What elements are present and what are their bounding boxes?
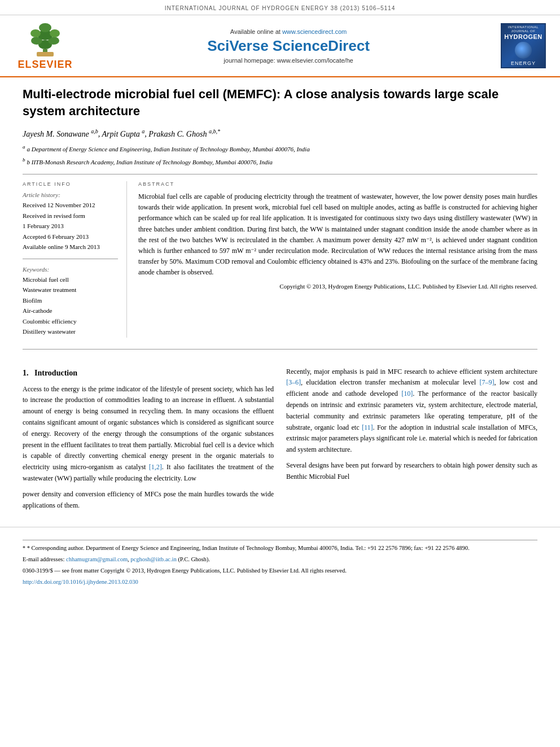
issn-line: 0360-3199/$ — see front matter Copyright… [23,566,537,576]
keyword-5: Coulombic efficiency [23,317,118,326]
svg-point-6 [50,29,60,37]
body-cols: 1. Introduction Access to the energy is … [23,366,537,516]
journal-homepage-text: journal homepage: www.elsevier.com/locat… [224,57,353,64]
center-banner: Available online at www.sciencedirect.co… [85,21,492,71]
keyword-1: Microbial fuel cell [23,275,118,285]
body-col-right: Recently, major emphasis is paid in MFC … [286,366,537,516]
section-title: Introduction [34,369,77,377]
ref-1-2[interactable]: [1,2] [149,463,162,471]
ref-7-9[interactable]: [7–9] [479,378,494,386]
authors-text: Jayesh M. Sonawane a,b, Arpit Gupta a, P… [23,130,220,138]
he-intl-text: InternationalJournal of [508,25,539,33]
hydrogen-energy-logo: InternationalJournal of HYDROGEN ENERGY [498,21,549,71]
doi-link[interactable]: http://dx.doi.org/10.1016/j.ijhydene.201… [23,579,138,585]
article-info-heading: Article Info [23,181,118,187]
keywords-section: Keywords: Microbial fuel cell Wastewater… [23,266,118,337]
page-container: International Journal of Hydrogen Energy… [0,0,560,595]
intro-para-right-1: Recently, major emphasis is paid in MFC … [286,366,537,456]
article-history-label: Article history: [23,191,118,198]
he-hydrogen-text: HYDROGEN [504,33,542,40]
info-divider [23,259,118,259]
article-content: Multi-electrode microbial fuel cell (MEM… [0,77,560,343]
corresponding-note: * * Corresponding author. Department of … [23,544,537,553]
copyright-line: Copyright © 2013, Hydrogen Energy Public… [138,282,537,291]
svg-point-5 [30,29,41,37]
article-info-col: Article Info Article history: Received 1… [23,181,127,338]
he-energy-text: ENERGY [511,60,536,66]
elsevier-tree-icon [20,21,71,58]
journal-header-text: International Journal of Hydrogen Energy… [165,5,395,11]
he-logo-box: InternationalJournal of HYDROGEN ENERGY [501,23,546,68]
intro-para-2: power density and conversion efficiency … [23,489,274,512]
affiliation-b: b b IITB-Monash Research Academy, Indian… [23,156,537,167]
revised-date: 1 February 2013 [23,221,118,231]
doi-line: http://dx.doi.org/10.1016/j.ijhydene.201… [23,578,537,587]
body-content: 1. Introduction Access to the energy is … [0,355,560,527]
keywords-label: Keywords: [23,266,118,273]
abstract-col: Abstract Microbial fuel cells are capabl… [138,181,537,338]
keyword-4: Air-cathode [23,306,118,316]
abstract-heading: Abstract [138,181,537,187]
received-date: Received 12 November 2012 [23,200,118,210]
journal-header-bar: International Journal of Hydrogen Energy… [0,0,560,15]
svg-rect-8 [37,52,54,56]
sciverse-logo-text: SciVerse ScienceDirect [207,37,370,55]
email-link-2[interactable]: pcghosh@iitb.ac.in [130,556,176,562]
article-title: Multi-electrode microbial fuel cell (MEM… [23,86,537,119]
section-1-heading: 1. Introduction [23,366,274,379]
body-col-left: 1. Introduction Access to the energy is … [23,366,274,516]
authors: Jayesh M. Sonawane a,b, Arpit Gupta a, P… [23,128,537,139]
abstract-text: Microbial fuel cells are capable of prod… [138,191,537,278]
he-logo-circle [515,42,532,59]
ref-10[interactable]: [10] [401,390,413,397]
keyword-3: Biofilm [23,296,118,305]
title-divider [23,174,537,174]
email-attribution: (P.C. Ghosh). [178,556,210,562]
section-divider [23,349,537,350]
ref-3-6[interactable]: [3–6] [286,378,301,386]
abstract-paragraph: Microbial fuel cells are capable of prod… [138,191,537,278]
elsevier-brand-text: ELSEVIER [18,59,72,71]
available-online-text: Available online at www.sciencedirect.co… [230,28,347,35]
footnote-star: * [23,545,25,551]
keyword-6: Distillery wastewater [23,327,118,337]
corresponding-text: * Corresponding author. Department of En… [27,545,470,551]
section-number: 1. [23,369,29,377]
email-link-1[interactable]: chhamugram@gmail.com [66,556,128,562]
intro-para-right-2: Several designs have been put forward by… [286,460,537,483]
accepted-date: Accepted 6 February 2013 [23,232,118,242]
available-online-date: Available online 9 March 2013 [23,242,118,252]
email-prefix: E-mail addresses: [23,556,66,562]
elsevier-logo: ELSEVIER [11,21,79,71]
keyword-2: Wastewater treatment [23,285,118,295]
email-line: E-mail addresses: chhamugram@gmail.com, … [23,555,537,565]
affiliation-a: a a Department of Energy Science and Eng… [23,143,537,154]
article-footer: * * Corresponding author. Department of … [0,527,560,594]
top-banner: ELSEVIER Available online at www.science… [0,15,560,77]
received-revised-label: Received in revised form [23,211,118,221]
svg-point-7 [39,23,51,32]
footer-divider [23,540,537,540]
ref-11[interactable]: [11] [362,423,373,431]
intro-para-1: Access to the energy is the prime indica… [23,384,274,484]
info-abstract-cols: Article Info Article history: Received 1… [23,181,537,338]
sciencedirect-link[interactable]: www.sciencedirect.com [282,28,347,35]
